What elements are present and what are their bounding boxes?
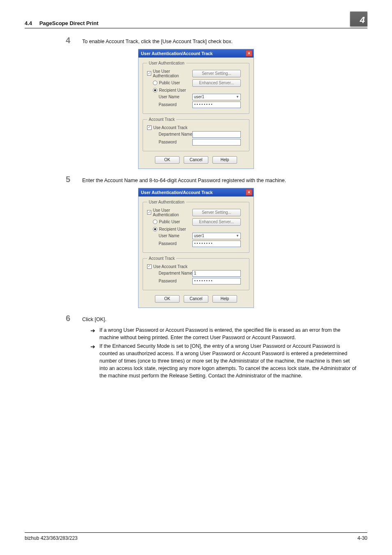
bullet-list: ➔ If a wrong User Password or Account Pa…: [25, 326, 367, 379]
use-user-auth-checkbox[interactable]: ✓: [147, 210, 151, 215]
ok-button[interactable]: OK: [155, 156, 180, 164]
bullet-text: If the Enhanced Security Mode is set to …: [99, 342, 359, 380]
user-name-input[interactable]: user1▼: [192, 233, 241, 239]
recipient-user-label: Recipient User: [159, 227, 186, 231]
close-icon[interactable]: ×: [246, 189, 252, 195]
at-password-label: Password: [147, 279, 192, 283]
at-password-input[interactable]: [192, 139, 241, 146]
account-track-legend: Account Track: [147, 256, 176, 261]
arrow-right-icon: ➔: [90, 326, 99, 341]
recipient-user-label: Recipient User: [159, 88, 186, 92]
step-number: 5: [66, 175, 82, 185]
user-auth-legend: User Authentication: [147, 200, 186, 204]
header-rule: [25, 28, 367, 28]
recipient-user-radio[interactable]: [153, 88, 157, 92]
auth-dialog: User Authentication/Account Track × User…: [138, 49, 254, 169]
user-name-value: user1: [194, 234, 204, 238]
use-account-track-label: Use Account Track: [153, 264, 187, 269]
user-auth-group: User Authentication ✓Use User Authentica…: [143, 200, 249, 253]
password-label: Password: [147, 241, 192, 246]
server-setting-button[interactable]: Server Setting...: [192, 209, 241, 216]
step-4: 4 To enable Account Track, click the [Us…: [25, 36, 367, 46]
user-auth-group: User Authentication ✓Use User Authentica…: [143, 61, 249, 114]
user-name-input[interactable]: user1▼: [192, 94, 241, 100]
dept-name-input[interactable]: 1: [192, 270, 241, 277]
step-5: 5 Enter the Account Name and 8-to-64-dig…: [25, 175, 367, 185]
step-text: Click [OK].: [82, 314, 106, 324]
account-track-group: Account Track ✓Use Account Track Departm…: [143, 117, 249, 151]
use-user-auth-checkbox[interactable]: ✓: [147, 71, 151, 76]
use-user-auth-label: Use User Authentication: [153, 208, 192, 217]
user-name-value: user1: [194, 95, 204, 99]
help-button[interactable]: Help: [212, 156, 237, 164]
bullet-text: If a wrong User Password or Account Pass…: [99, 326, 359, 341]
page-footer: bizhub 423/363/283/223 4-30: [25, 532, 367, 541]
chevron-down-icon[interactable]: ▼: [236, 95, 239, 99]
user-name-label: User Name: [147, 95, 192, 99]
step-text: Enter the Account Name and 8-to-64-digit…: [82, 175, 286, 185]
enhanced-server-button[interactable]: Enhanced Server...: [192, 79, 241, 87]
dept-name-label: Department Name: [147, 271, 192, 275]
dialog-title: User Authentication/Account Track: [141, 51, 213, 56]
public-user-label: Public User: [159, 81, 180, 85]
user-auth-legend: User Authentication: [147, 61, 186, 65]
section-number: 4.4: [25, 20, 32, 26]
public-user-radio[interactable]: [153, 81, 157, 85]
enhanced-server-button[interactable]: Enhanced Server...: [192, 218, 241, 226]
dialog-title-bar: User Authentication/Account Track ×: [138, 188, 254, 197]
account-track-group: Account Track ✓Use Account Track Departm…: [143, 256, 249, 290]
cancel-button[interactable]: Cancel: [184, 295, 208, 303]
dept-name-input[interactable]: [192, 131, 241, 138]
password-label: Password: [147, 102, 192, 107]
cancel-button[interactable]: Cancel: [184, 156, 208, 164]
step-6: 6 Click [OK].: [25, 314, 367, 324]
help-button[interactable]: Help: [212, 295, 237, 303]
account-track-legend: Account Track: [147, 117, 176, 122]
dept-name-label: Department Name: [147, 132, 192, 136]
arrow-right-icon: ➔: [90, 342, 99, 380]
chapter-badge-wrap: 4: [350, 12, 367, 26]
use-account-track-checkbox[interactable]: ✓: [147, 125, 152, 130]
at-password-label: Password: [147, 140, 192, 144]
header-row: 4.4 PageScope Direct Print 4: [25, 12, 367, 26]
public-user-radio[interactable]: [153, 220, 157, 224]
use-account-track-label: Use Account Track: [153, 125, 187, 130]
footer-model: bizhub 423/363/283/223: [25, 535, 78, 541]
ok-button[interactable]: OK: [155, 295, 180, 303]
bullet-item: ➔ If a wrong User Password or Account Pa…: [90, 326, 359, 341]
chapter-badge: 4: [350, 12, 367, 26]
footer-page: 4-30: [357, 535, 367, 541]
use-user-auth-label: Use User Authentication: [153, 69, 192, 78]
step-number: 4: [66, 36, 82, 46]
step-text: To enable Account Track, click the [Use …: [82, 36, 233, 46]
dialog-title: User Authentication/Account Track: [141, 190, 213, 195]
public-user-label: Public User: [159, 220, 180, 224]
bullet-item: ➔ If the Enhanced Security Mode is set t…: [90, 342, 359, 380]
user-name-label: User Name: [147, 234, 192, 238]
step-number: 6: [66, 314, 82, 324]
close-icon[interactable]: ×: [246, 50, 252, 56]
auth-dialog-2: User Authentication/Account Track × User…: [138, 188, 254, 308]
section-title: PageScope Direct Print: [39, 20, 99, 26]
chevron-down-icon[interactable]: ▼: [236, 234, 239, 238]
password-input[interactable]: ••••••••: [192, 240, 241, 247]
password-input[interactable]: ••••••••: [192, 102, 241, 108]
at-password-input[interactable]: ••••••••: [192, 278, 241, 284]
section-header: 4.4 PageScope Direct Print: [25, 20, 98, 26]
server-setting-button[interactable]: Server Setting...: [192, 70, 241, 77]
use-account-track-checkbox[interactable]: ✓: [147, 264, 152, 269]
recipient-user-radio[interactable]: [153, 227, 157, 231]
dialog-title-bar: User Authentication/Account Track ×: [138, 49, 254, 58]
